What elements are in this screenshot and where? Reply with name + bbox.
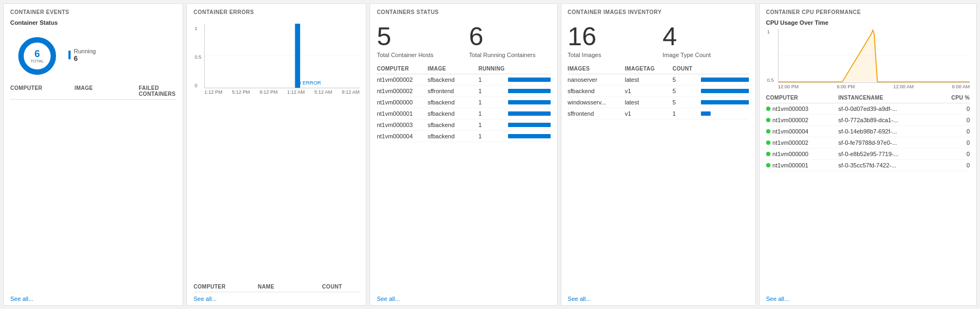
x-label-5: 5:12 AM bbox=[315, 89, 332, 95]
inventory-panel: CONTAINER IMAGES INVENTORY 16 Total Imag… bbox=[561, 3, 756, 306]
cpu-x-2: 6:00 PM bbox=[837, 84, 855, 89]
header-bar bbox=[508, 66, 551, 72]
cpu-see-all[interactable]: See all... bbox=[766, 292, 970, 302]
cell-computer: nt1vm000002 bbox=[766, 139, 838, 146]
status-dot bbox=[766, 107, 770, 111]
cpu-x-1: 12:00 PM bbox=[778, 84, 799, 89]
legend-info: Running 6 bbox=[74, 48, 96, 62]
table-row: sfbackend v1 5 bbox=[568, 86, 749, 97]
inventory-big-stats: 16 Total Images 4 Image Type Count bbox=[568, 19, 749, 64]
status-title: CONTAINERS STATUS bbox=[377, 9, 550, 15]
cell-bar bbox=[701, 89, 748, 93]
legend-value: 6 bbox=[74, 54, 96, 62]
donut-number: 6 bbox=[30, 49, 44, 59]
cell-bar bbox=[701, 78, 748, 82]
cell-computer: nt1vm000000 bbox=[766, 151, 838, 157]
cell-cpu: 0 bbox=[943, 162, 970, 168]
header-images: IMAGES bbox=[568, 66, 625, 72]
inventory-see-all[interactable]: See all... bbox=[568, 292, 749, 302]
cell-running: 1 bbox=[478, 110, 508, 117]
stat-running-label: Total Running Containers bbox=[469, 52, 550, 58]
header-computer: COMPUTER bbox=[10, 85, 74, 97]
cell-bar bbox=[701, 111, 748, 116]
stat-total-images-label: Total Images bbox=[568, 52, 654, 58]
header-computer: COMPUTER bbox=[193, 284, 258, 290]
table-row: nt1vm000002 sffrontend 1 bbox=[377, 86, 550, 97]
cell-imagetag: latest bbox=[625, 99, 672, 106]
cell-count: 1 bbox=[672, 110, 701, 117]
donut-center: 6 TOTAL bbox=[30, 49, 44, 64]
cell-instance: sf-0-0d07ed39-a9df-... bbox=[838, 106, 943, 112]
stat-hosts: 5 Total Container Hosts bbox=[377, 24, 458, 58]
cell-imagetag: v1 bbox=[625, 110, 672, 117]
status-dot bbox=[766, 118, 770, 122]
cell-computer: nt1vm000001 bbox=[766, 162, 838, 168]
table-row: sffrontend v1 1 bbox=[568, 108, 749, 120]
cell-instance: sf-0-35cc57fd-7422-... bbox=[838, 162, 943, 168]
cell-image: sfbackend bbox=[428, 110, 478, 117]
events-donut-section: 6 TOTAL Running 6 bbox=[10, 29, 176, 83]
table-row: nt1vm000002 sf-0-fe79788d-97e0-... 0 bbox=[766, 137, 970, 149]
status-table-header: COMPUTER IMAGE RUNNING bbox=[377, 64, 550, 74]
table-row: nt1vm000003 sf-0-0d07ed39-a9df-... 0 bbox=[766, 103, 970, 115]
legend-running: Running 6 bbox=[68, 48, 96, 62]
status-see-all[interactable]: See all... bbox=[377, 292, 550, 302]
cell-bar bbox=[701, 100, 748, 104]
stat-image-type: 4 Image Type Count bbox=[663, 24, 749, 58]
header-computer: COMPUTER bbox=[377, 66, 427, 72]
status-table-body: nt1vm000002 sfbackend 1 nt1vm000002 sffr… bbox=[377, 74, 550, 142]
cpu-table-header: COMPUTER INSTANCENAME CPU % bbox=[766, 93, 970, 103]
cell-cpu: 0 bbox=[943, 139, 970, 146]
cell-images: sffrontend bbox=[568, 110, 625, 117]
cell-running: 1 bbox=[478, 122, 508, 128]
cell-image: sfbackend bbox=[428, 122, 478, 128]
donut-text: TOTAL bbox=[30, 59, 44, 64]
inventory-title: CONTAINER IMAGES INVENTORY bbox=[568, 9, 749, 15]
table-row: nt1vm000002 sf-0-772a3b89-dca1-... 0 bbox=[766, 115, 970, 126]
cell-image: sfbackend bbox=[428, 133, 478, 139]
legend-bar bbox=[68, 51, 71, 59]
cpu-x-labels: 12:00 PM 6:00 PM 12:00 AM 6:00 AM bbox=[778, 84, 970, 89]
table-row: nt1vm000001 sf-0-35cc57fd-7422-... 0 bbox=[766, 160, 970, 171]
cell-running: 1 bbox=[478, 76, 508, 83]
header-count: COUNT bbox=[672, 66, 701, 72]
legend-label: Running bbox=[74, 48, 96, 54]
status-dot bbox=[766, 152, 770, 156]
cell-running: 1 bbox=[478, 133, 508, 139]
y-label-1: 1 bbox=[194, 26, 201, 31]
cell-running: 1 bbox=[478, 88, 508, 94]
table-row: nt1vm000002 sfbackend 1 bbox=[377, 74, 550, 86]
cell-imagetag: latest bbox=[625, 76, 672, 83]
header-name: NAME bbox=[258, 284, 322, 290]
header-image: IMAGE bbox=[428, 66, 478, 72]
cell-running: 1 bbox=[478, 99, 508, 106]
stat-hosts-label: Total Container Hosts bbox=[377, 52, 458, 58]
cell-computer: nt1vm000002 bbox=[377, 88, 427, 94]
cpu-table-body: nt1vm000003 sf-0-0d07ed39-a9df-... 0 nt1… bbox=[766, 103, 970, 171]
events-panel: CONTAINER EVENTS Container Status 6 TOTA… bbox=[3, 3, 183, 306]
cpu-title: CONTAINER CPU PERFORMANCE bbox=[766, 9, 970, 15]
status-dot bbox=[766, 129, 770, 134]
header-count: COUNT bbox=[322, 284, 360, 290]
table-row: nt1vm000000 sfbackend 1 bbox=[377, 97, 550, 108]
cpu-panel: CONTAINER CPU PERFORMANCE CPU Usage Over… bbox=[759, 3, 977, 306]
cell-instance: sf-0-e8b52e95-7719-... bbox=[838, 151, 943, 157]
errors-see-all[interactable]: See all... bbox=[193, 292, 359, 302]
cell-computer: nt1vm000003 bbox=[766, 106, 838, 112]
errors-chart-svg: 0 ERROR bbox=[204, 24, 359, 88]
table-row: nt1vm000004 sf-0-14eb98b7-692f-... 0 bbox=[766, 126, 970, 137]
cpu-chart-wrapper: 1 0.5 12:00 PM 6:00 PM 12:00 AM 6:00 AM bbox=[778, 29, 970, 89]
y-label-05: 0.5 bbox=[194, 54, 201, 60]
cell-computer: nt1vm000000 bbox=[377, 99, 427, 106]
stat-image-type-number: 4 bbox=[663, 24, 749, 50]
cell-bar bbox=[508, 123, 551, 127]
svg-text:0 ERROR: 0 ERROR bbox=[298, 80, 322, 86]
header-running: RUNNING bbox=[478, 66, 508, 72]
errors-chart-area: 1 0.5 0 0 ERROR 1:12 PM 5:12 PM 9:12 PM bbox=[193, 19, 359, 282]
events-see-all[interactable]: See all... bbox=[10, 292, 176, 302]
cell-computer: nt1vm000004 bbox=[766, 128, 838, 135]
stat-total-images: 16 Total Images bbox=[568, 24, 654, 58]
errors-panel: CONTAINER ERRORS 1 0.5 0 0 ERROR bbox=[186, 3, 366, 306]
dashboard: CONTAINER EVENTS Container Status 6 TOTA… bbox=[0, 0, 980, 309]
header-computer: COMPUTER bbox=[766, 95, 838, 101]
